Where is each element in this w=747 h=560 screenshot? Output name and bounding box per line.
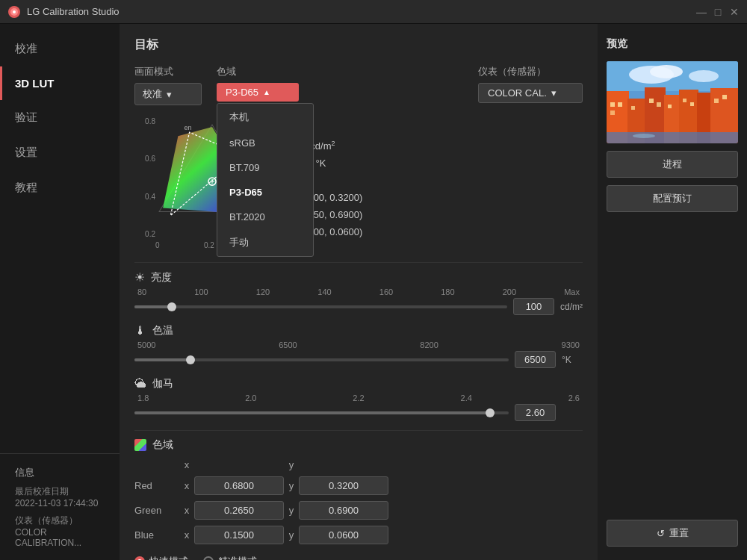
- green-x-input[interactable]: [194, 501, 284, 520]
- svg-rect-28: [668, 105, 672, 108]
- minimize-button[interactable]: —: [696, 7, 707, 17]
- colortemp-fill: [134, 358, 190, 361]
- brightness-fill: [134, 305, 172, 308]
- instrument-group: 仪表（传感器） COLOR CAL. ▾: [478, 65, 583, 103]
- svg-rect-29: [683, 99, 686, 102]
- chart-values-row: 0.8 0.6 0.4 0.2: [134, 117, 583, 252]
- preview-image: [607, 61, 738, 143]
- gamut-dropdown-container: P3-D65 ▲ 本机 sRGB BT.709 P3-D65 BT.2020 手…: [217, 83, 299, 102]
- sidebar-item-verification[interactable]: 验证: [0, 100, 120, 135]
- svg-point-2: [13, 10, 16, 13]
- colortemp-title: 色温: [152, 324, 173, 337]
- dropdown-item-bt709[interactable]: BT.709: [217, 155, 313, 180]
- sidebar-item-settings[interactable]: 设置: [0, 135, 120, 170]
- brightness-value-box[interactable]: 100: [513, 298, 554, 315]
- chart-y-axis: 0.8 0.6 0.4 0.2: [146, 117, 155, 238]
- precise-mode-radio-dot: [203, 556, 214, 560]
- svg-rect-26: [649, 99, 654, 103]
- dropdown-item-srgb[interactable]: sRGB: [217, 131, 313, 155]
- blue-x-label: x: [179, 529, 194, 541]
- svg-rect-22: [610, 102, 615, 107]
- y-col-header: y: [284, 459, 299, 470]
- brightness-thumb[interactable]: [167, 302, 176, 311]
- reset-button[interactable]: ↺ 重置: [607, 520, 738, 547]
- title-bar: LG Calibration Studio — □ ✕: [0, 0, 747, 24]
- content-area: 目标 画面模式 校准 ▾ 色域 P3-D65 ▲: [120, 24, 598, 560]
- precise-mode-label: 精准模式: [218, 555, 257, 560]
- last-calib-date: 2022-11-03 17:44:30: [15, 498, 105, 508]
- gamut-grid: x y Red x y Green x y Blue x: [134, 459, 583, 544]
- gamma-slider-row: 2.60: [134, 404, 583, 421]
- blue-x-input[interactable]: [194, 526, 284, 544]
- right-panel: 预览: [598, 24, 747, 560]
- dropdown-item-manual[interactable]: 手动: [217, 229, 313, 256]
- gamma-value-box[interactable]: 2.60: [515, 404, 556, 421]
- sidebar-item-calibration[interactable]: 校准: [0, 31, 120, 66]
- gamut-dropdown-button[interactable]: P3-D65 ▲: [217, 83, 299, 102]
- gamut-coords-title: 色域: [152, 438, 173, 452]
- blue-y-input[interactable]: [299, 526, 388, 544]
- green-y-input[interactable]: [299, 501, 388, 520]
- display-mode-group: 画面模式 校准 ▾: [134, 65, 202, 105]
- colortemp-track[interactable]: [134, 358, 509, 361]
- fast-mode-radio-dot: [134, 556, 145, 560]
- gamma-track[interactable]: [134, 411, 509, 414]
- colortemp-icon: 🌡: [134, 324, 146, 337]
- info-label: 信息: [15, 466, 105, 479]
- gamma-section: 🌥 伽马 1.8 2.0 2.2 2.4 2.6: [134, 377, 583, 421]
- svg-point-14: [689, 70, 719, 82]
- brightness-unit: cd/m²: [560, 302, 583, 312]
- gamut-coords-section: 色域 x y Red x y Green x y: [134, 438, 583, 544]
- maximize-button[interactable]: □: [713, 7, 723, 17]
- colortemp-value-box[interactable]: 6500: [515, 351, 556, 368]
- brightness-track-wrap: [134, 300, 507, 314]
- instrument-section-label: 仪表（传感器）: [478, 65, 583, 78]
- sidebar-item-tutorial[interactable]: 教程: [0, 170, 120, 205]
- svg-rect-31: [714, 99, 719, 103]
- title-bar-left: LG Calibration Studio: [7, 5, 120, 19]
- gamma-title: 伽马: [152, 377, 173, 391]
- x-col-header: x: [179, 459, 194, 470]
- dropdown-item-bt2020[interactable]: BT.2020: [217, 205, 313, 229]
- bookmark-button[interactable]: 配置预订: [607, 185, 738, 212]
- fast-mode-radio[interactable]: 快速模式: [134, 555, 188, 560]
- red-x-input[interactable]: [194, 476, 284, 495]
- display-mode-label: 画面模式: [134, 65, 202, 78]
- mode-row: 快速模式 精准模式: [134, 555, 583, 560]
- green-label: Green: [134, 505, 179, 516]
- svg-point-13: [650, 65, 683, 78]
- svg-rect-33: [607, 132, 738, 143]
- divider-2: [134, 430, 583, 431]
- gamma-thumb[interactable]: [486, 408, 495, 417]
- brightness-track[interactable]: [134, 305, 507, 308]
- instrument-select-button[interactable]: COLOR CAL. ▾: [478, 83, 583, 103]
- gamut-dropdown-group: 色域 P3-D65 ▲ 本机 sRGB BT.709 P3-D65 BT.202…: [217, 65, 299, 102]
- red-x-label: x: [179, 480, 194, 491]
- green-y-label: y: [284, 505, 299, 516]
- progress-button[interactable]: 进程: [607, 151, 738, 178]
- spacer: [607, 220, 738, 512]
- dropdown-arrow-icon: ▲: [263, 88, 270, 96]
- red-y-input[interactable]: [299, 476, 388, 495]
- sidebar-item-3dlut[interactable]: 3D LUT: [0, 66, 120, 100]
- app-title: LG Calibration Studio: [27, 6, 120, 17]
- preview-title: 预览: [607, 37, 738, 51]
- svg-rect-27: [657, 102, 661, 107]
- display-mode-select[interactable]: 校准 ▾: [134, 83, 202, 105]
- gamma-scale: 1.8 2.0 2.2 2.4 2.6: [134, 393, 583, 402]
- dropdown-item-p3d65[interactable]: P3-D65: [217, 180, 313, 205]
- dropdown-item-native[interactable]: 本机: [217, 104, 313, 131]
- content-title: 目标: [134, 37, 583, 53]
- svg-rect-30: [690, 102, 694, 106]
- svg-rect-24: [610, 111, 615, 115]
- brightness-icon: ☀: [134, 270, 145, 284]
- colortemp-header: 🌡 色温: [134, 324, 583, 337]
- brightness-title: 亮度: [151, 271, 172, 284]
- last-calib-label: 最后校准日期: [15, 485, 105, 498]
- precise-mode-radio[interactable]: 精准模式: [203, 555, 257, 560]
- reset-label: 重置: [669, 526, 689, 540]
- colortemp-thumb[interactable]: [186, 355, 195, 364]
- brightness-slider-wrap: [134, 300, 507, 314]
- gamma-header: 🌥 伽马: [134, 377, 583, 391]
- close-button[interactable]: ✕: [729, 7, 740, 17]
